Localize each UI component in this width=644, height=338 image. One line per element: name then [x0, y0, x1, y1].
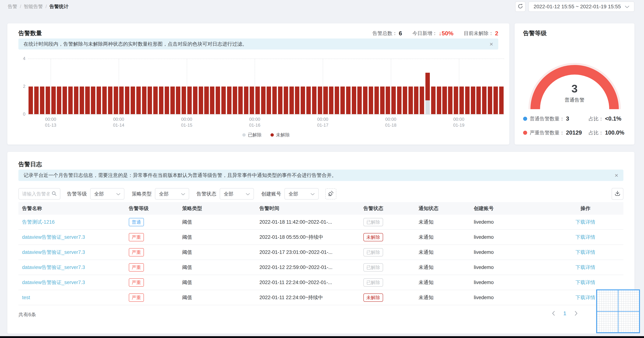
chart-bar[interactable] [437, 87, 441, 114]
bar-segment-unresolved[interactable] [68, 87, 73, 114]
chart-bar[interactable] [91, 87, 95, 114]
chart-bar[interactable] [176, 87, 180, 114]
download-detail-link[interactable]: 下载详情 [548, 219, 624, 225]
bar-segment-unresolved[interactable] [363, 87, 368, 114]
chart-bar[interactable] [238, 87, 243, 114]
chart-bar[interactable] [148, 87, 152, 114]
chart-bar[interactable] [357, 87, 362, 114]
chart-bar[interactable] [74, 87, 78, 114]
chart-bar[interactable] [284, 87, 288, 114]
bar-segment-unresolved[interactable] [460, 87, 464, 114]
chart-bar[interactable] [386, 87, 390, 114]
chart-bar[interactable] [329, 87, 334, 114]
bar-segment-unresolved[interactable] [114, 87, 118, 114]
bar-segment-unresolved[interactable] [51, 87, 56, 114]
chart-bar[interactable] [187, 87, 192, 114]
bar-segment-unresolved[interactable] [199, 87, 203, 114]
bar-segment-unresolved[interactable] [131, 87, 135, 114]
chart-bar[interactable] [221, 87, 226, 114]
clear-filters-button[interactable] [325, 188, 336, 199]
chart-bar[interactable] [335, 87, 339, 114]
bar-segment-unresolved[interactable] [96, 87, 101, 114]
bar-segment-unresolved[interactable] [346, 87, 350, 114]
bar-segment-unresolved[interactable] [494, 87, 498, 114]
chart-bar[interactable] [380, 87, 384, 114]
chart-bar[interactable] [465, 87, 470, 114]
bar-segment-unresolved[interactable] [482, 87, 486, 114]
chart-bar[interactable] [131, 87, 135, 114]
chart-bar[interactable] [318, 87, 322, 114]
bar-segment-unresolved[interactable] [295, 87, 299, 114]
filter-select[interactable]: 全部 [220, 188, 254, 200]
chart-bar[interactable] [261, 87, 266, 114]
chart-bar[interactable] [499, 87, 504, 114]
bar-segment-unresolved[interactable] [34, 87, 39, 114]
chart-bar[interactable] [454, 87, 458, 114]
chart-bar[interactable] [136, 87, 141, 114]
chart-legend-item[interactable]: 未解除 [270, 132, 290, 138]
bar-segment-unresolved[interactable] [62, 87, 67, 114]
chart-bar[interactable] [233, 87, 237, 114]
bar-segment-unresolved[interactable] [290, 87, 294, 114]
chart-bar[interactable] [363, 87, 368, 114]
alert-name-link[interactable]: 告警测试-1216 [18, 219, 125, 225]
chart-bar[interactable] [204, 87, 209, 114]
chart-bar[interactable] [301, 87, 305, 114]
next-page-button[interactable] [574, 311, 578, 316]
refresh-button[interactable] [515, 2, 526, 12]
bar-segment-unresolved[interactable] [57, 87, 61, 114]
search-input[interactable] [22, 191, 50, 197]
bar-segment-unresolved[interactable] [329, 87, 334, 114]
chart-bar[interactable] [460, 87, 464, 114]
bar-segment-unresolved[interactable] [312, 87, 316, 114]
chart-bar[interactable] [431, 87, 436, 114]
chart-bar[interactable] [142, 87, 146, 114]
bar-segment-unresolved[interactable] [386, 87, 390, 114]
chart-bar[interactable] [374, 87, 379, 114]
bar-segment-unresolved[interactable] [437, 87, 441, 114]
bar-segment-unresolved[interactable] [448, 87, 452, 114]
alert-name-search[interactable] [18, 188, 60, 200]
close-icon[interactable]: × [490, 41, 493, 47]
bar-segment-unresolved[interactable] [80, 87, 84, 114]
bar-segment-unresolved[interactable] [250, 87, 254, 114]
bar-segment-unresolved[interactable] [391, 87, 396, 114]
chart-bar[interactable] [448, 87, 452, 114]
bar-segment-unresolved[interactable] [142, 87, 146, 114]
chart-bar[interactable] [306, 87, 311, 114]
bar-segment-unresolved[interactable] [266, 87, 271, 114]
download-button[interactable] [612, 188, 624, 200]
download-detail-link[interactable]: 下载详情 [548, 264, 624, 271]
bar-segment-unresolved[interactable] [352, 87, 356, 114]
date-range-picker[interactable]: 2022-01-12 15:55 ~ 2022-01-19 15:55 [528, 2, 634, 12]
chart-bar[interactable] [420, 87, 424, 114]
bar-segment-unresolved[interactable] [374, 87, 379, 114]
bar-segment-unresolved[interactable] [221, 87, 226, 114]
bar-segment-unresolved[interactable] [102, 87, 107, 114]
chart-bar[interactable] [290, 87, 294, 114]
bar-segment-unresolved[interactable] [148, 87, 152, 114]
alert-name-link[interactable]: dataview告警验证_server7.3 [18, 264, 125, 271]
chart-bar[interactable] [266, 87, 271, 114]
bar-segment-unresolved[interactable] [256, 87, 260, 114]
chart-bar[interactable] [340, 87, 345, 114]
bar-segment-unresolved[interactable] [284, 87, 288, 114]
prev-page-button[interactable] [552, 311, 555, 316]
chart-bar[interactable] [323, 87, 328, 114]
bar-segment-unresolved[interactable] [74, 87, 78, 114]
chart-bar[interactable] [193, 87, 198, 114]
chart-bar[interactable] [295, 87, 299, 114]
bar-segment-unresolved[interactable] [216, 87, 220, 114]
bar-segment-unresolved[interactable] [420, 87, 424, 114]
bar-segment-unresolved[interactable] [108, 87, 112, 114]
bar-segment-unresolved[interactable] [125, 87, 129, 114]
bar-segment-unresolved[interactable] [244, 87, 248, 114]
chart-bar[interactable] [403, 87, 407, 114]
bar-segment-unresolved[interactable] [272, 87, 277, 114]
chart-bar[interactable] [40, 87, 44, 114]
bar-segment-unresolved[interactable] [335, 87, 339, 114]
bar-segment-unresolved[interactable] [397, 87, 402, 114]
filter-select[interactable]: 全部 [155, 188, 189, 200]
download-detail-link[interactable]: 下载详情 [548, 234, 624, 240]
bar-segment-unresolved[interactable] [340, 87, 345, 114]
